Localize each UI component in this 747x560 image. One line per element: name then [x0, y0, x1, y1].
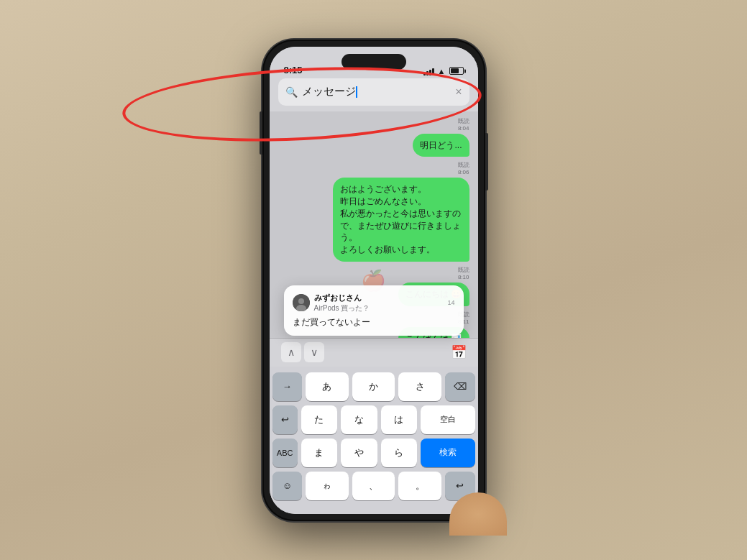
- japanese-keyboard: → あ か さ ⌫ ↩ た な は 空白 ABC ま や ら 検索: [270, 367, 478, 514]
- key-na[interactable]: な: [341, 405, 377, 434]
- message-row: 既読8:06 おはようございます。昨日はごめんなさい。私が悪かったと今は思います…: [278, 161, 469, 262]
- search-close-button[interactable]: ×: [455, 86, 462, 98]
- keyboard-row-2: ↩ た な は 空白: [272, 405, 475, 434]
- key-ha[interactable]: は: [381, 405, 417, 434]
- status-time: 8:15: [284, 65, 303, 75]
- message-time: 既読8:06: [458, 161, 469, 175]
- notification-reply: まだ買ってないよー: [293, 316, 455, 329]
- key-ra[interactable]: ら: [381, 439, 417, 467]
- keyboard-row-3: ABC ま や ら 検索: [272, 439, 475, 467]
- notification-info: みずおじさん AirPods 買った？: [314, 293, 370, 313]
- key-arrow-right[interactable]: →: [272, 372, 303, 401]
- key-return-left[interactable]: ↩: [272, 405, 298, 434]
- calendar-button[interactable]: 📅: [451, 344, 467, 360]
- next-result-button[interactable]: ∨: [304, 342, 324, 362]
- key-wa[interactable]: ゎ: [306, 472, 349, 500]
- notification-sender: みずおじさん: [314, 293, 370, 303]
- key-abc[interactable]: ABC: [272, 439, 298, 467]
- wifi-icon: ▲: [438, 67, 446, 75]
- message-time: 既読8:04: [458, 117, 469, 132]
- bubble-group: 既読8:04 明日どう...: [413, 117, 469, 157]
- battery-icon: [449, 67, 464, 75]
- search-text: メッセージ: [302, 85, 356, 97]
- key-comma[interactable]: 、: [352, 472, 395, 500]
- svg-point-1: [298, 298, 304, 304]
- bubble-group: 既読8:06 おはようございます。昨日はごめんなさい。私が悪かったと今は思います…: [333, 161, 469, 262]
- message-bubble: 明日どう...: [413, 134, 469, 157]
- text-cursor: [356, 86, 357, 98]
- notification-subtitle: AirPods 買った？: [314, 303, 370, 313]
- key-search[interactable]: 検索: [421, 439, 475, 467]
- signal-icon: [423, 67, 434, 75]
- dynamic-island: [342, 54, 406, 70]
- key-ya[interactable]: や: [341, 439, 377, 467]
- key-delete[interactable]: ⌫: [445, 372, 475, 401]
- search-toolbar: ∧ ∨ 📅: [270, 338, 478, 367]
- search-bar[interactable]: 🔍 メッセージ ×: [278, 78, 469, 106]
- phone-device: 8:15 ▲ 🔍 メッセージ ×: [262, 40, 485, 521]
- key-a[interactable]: あ: [306, 372, 349, 401]
- previous-result-button[interactable]: ∧: [281, 342, 301, 362]
- key-ta[interactable]: た: [301, 405, 337, 434]
- notification-header: みずおじさん AirPods 買った？ 14: [293, 293, 455, 313]
- key-ma[interactable]: ま: [301, 439, 337, 467]
- status-icons: ▲: [423, 67, 464, 75]
- message-bubble: おはようございます。昨日はごめんなさい。私が悪かったと今は思いますので、またぜひ…: [333, 178, 469, 262]
- key-sa[interactable]: さ: [398, 372, 441, 401]
- notification-popup: みずおじさん AirPods 買った？ 14 まだ買ってないよー: [284, 285, 464, 336]
- navigation-arrows: ∧ ∨: [281, 342, 324, 362]
- search-icon: 🔍: [285, 86, 298, 98]
- phone-screen: 8:15 ▲ 🔍 メッセージ ×: [270, 47, 478, 514]
- key-period[interactable]: 。: [398, 472, 441, 500]
- keyboard-row-4: ☺ ゎ 、 。 ↩: [272, 472, 475, 500]
- keyboard-row-1: → あ か さ ⌫: [272, 372, 475, 401]
- message-time: 既読8:10: [458, 266, 469, 280]
- key-emoji[interactable]: ☺: [272, 472, 303, 500]
- notification-time: 14: [447, 299, 454, 306]
- notification-avatar: [293, 294, 310, 311]
- key-space[interactable]: 空白: [421, 405, 475, 434]
- key-ka[interactable]: か: [352, 372, 395, 401]
- message-row: 既読8:04 明日どう...: [278, 117, 469, 157]
- search-input-value[interactable]: メッセージ: [302, 85, 452, 98]
